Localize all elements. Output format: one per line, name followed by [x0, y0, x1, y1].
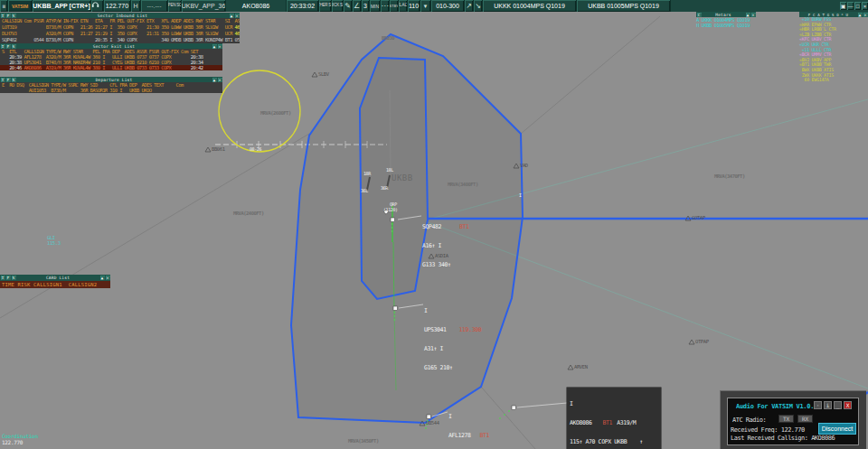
- collapse-icon[interactable]: ▲: [212, 44, 217, 49]
- mrva-label: MRVA(2600FT): [260, 110, 291, 116]
- euroscope-window: { "top_bar": { "menu_icon": "≣", "logo":…: [0, 0, 868, 449]
- collapse-icon[interactable]: ▲: [212, 78, 217, 82]
- aircraft-tag-sqp482[interactable]: SQP482BT1 A16↑ I G133 340↑: [422, 211, 469, 275]
- afv-info-button[interactable]: i: [824, 401, 832, 409]
- top-menu-bar: ≣ VATSIM UKBB_APP [CTR+] 122.770 H ---.-…: [0, 0, 868, 12]
- descend-filter-button[interactable]: ↘: [474, 0, 483, 12]
- freq-mode-button[interactable]: H: [131, 0, 141, 12]
- list-button[interactable]: F: [6, 44, 11, 49]
- primary-frequency[interactable]: 122.770: [104, 0, 131, 12]
- measure-button[interactable]: ∠: [353, 0, 362, 12]
- track-dots-button[interactable]: ⋯: [381, 0, 390, 12]
- waypoint-label: VAD: [520, 163, 528, 168]
- active-position-button[interactable]: UKBB_APP [CTR+]: [33, 0, 91, 12]
- aircraft-tag-ako8086-expanded[interactable]: I AKO8086BT1A319/M 115↑ A70 COPX UKBB ↑ …: [567, 388, 661, 449]
- stby-button[interactable]: STBY: [390, 0, 399, 12]
- draw-button[interactable]: ✎: [344, 0, 353, 12]
- afv-minimize-button[interactable]: _: [834, 401, 842, 409]
- inbound-row-sqp482[interactable]: SQP482 0544 B738/M COPN 20:35 I 340 COPX…: [0, 37, 240, 43]
- vatsim-logo-button[interactable]: VATSIM: [8, 0, 33, 12]
- tag-callsign[interactable]: AFL1278: [448, 432, 471, 439]
- list-button[interactable]: F: [6, 14, 11, 18]
- list-button[interactable]: F: [6, 78, 11, 82]
- list-title: Departure List: [16, 78, 212, 82]
- quick-set-button[interactable]: QUICK SET: [332, 0, 344, 12]
- tag-speed[interactable]: G133 340↑: [422, 262, 469, 268]
- waypoint-label: UB544: [426, 420, 439, 426]
- alt-filter-range[interactable]: 010-300: [431, 0, 465, 12]
- exit-row-ako8086[interactable]: 20:46 AKO8086 A319/M 36R KUVAL4W 380 I U…: [0, 65, 222, 70]
- tag-altitude[interactable]: A16↑ I: [422, 243, 469, 249]
- alt-filter-button[interactable]: ▼: [420, 0, 431, 12]
- close-icon[interactable]: ×: [751, 13, 756, 17]
- afv-close-button[interactable]: X: [844, 401, 852, 409]
- tx-button[interactable]: TX: [778, 415, 794, 423]
- departure-list: I F S Departure List ▲ × E RO DSQ CALLSI…: [0, 77, 222, 93]
- afv-dot-button[interactable]: ·: [814, 401, 822, 409]
- minimize-icon[interactable]: —: [847, 2, 854, 10]
- fl-alt-button[interactable]: FL ALT: [399, 0, 408, 12]
- tag-callsign[interactable]: AKO8086: [570, 419, 592, 426]
- tag-sector[interactable]: BT1: [459, 223, 469, 230]
- list-button[interactable]: F: [6, 276, 11, 280]
- inbound-row-lot319[interactable]: LOT319 B738/M COPN 21:26 21:27 I 350 COP…: [0, 24, 240, 31]
- clock: 20:33:02: [287, 0, 319, 12]
- tag-sector[interactable]: BT1: [480, 432, 490, 439]
- disconnect-button[interactable]: Disconnect: [818, 423, 856, 435]
- metar-ukkk[interactable]: UKKK 01004MPS Q1019: [483, 0, 577, 12]
- secondary-frequency[interactable]: ---.---: [141, 0, 168, 12]
- inbound-row-dlh793[interactable]: DLH793 A320/M COPN 21:27 21:29 I 350 COP…: [0, 31, 240, 37]
- close-icon[interactable]: ×: [218, 44, 222, 49]
- tag-callsign[interactable]: UPS3041: [424, 326, 447, 333]
- departure-row-aui1053[interactable]: AUI1053 B738/M 36R BASOR1R 310 I UKBB UK…: [0, 88, 222, 93]
- list-button[interactable]: S: [12, 276, 16, 280]
- coordination-label: Coordination: [2, 433, 38, 439]
- metar-ukbb[interactable]: UKBB 01005MPS Q1019: [577, 0, 671, 12]
- aircraft-tag-afl1278[interactable]: I AFL1278BT1 A97↑ A60 G321 340↑: [448, 401, 489, 449]
- collapse-icon[interactable]: ▲: [858, 13, 863, 17]
- rx-button[interactable]: RX: [797, 415, 813, 423]
- card-list-titlebar[interactable]: I F S CARD List ▲ ×: [0, 275, 110, 281]
- close-icon[interactable]: ×: [235, 14, 240, 18]
- selected-callsign[interactable]: AKO8086: [226, 0, 287, 12]
- list-button[interactable]: S: [12, 78, 16, 82]
- collapse-icon[interactable]: ▲: [746, 13, 750, 17]
- list-button[interactable]: I: [1, 44, 5, 49]
- list-button[interactable]: I: [1, 78, 5, 82]
- list-title: Sector Inbound List: [16, 14, 229, 18]
- list-button[interactable]: C: [697, 13, 702, 17]
- collapse-icon[interactable]: ▲: [100, 276, 105, 280]
- min-button[interactable]: MIN: [370, 0, 381, 12]
- airport-label: UKBB: [392, 173, 413, 182]
- fullscreen-icon[interactable]: ▣: [840, 2, 846, 10]
- tag-altitude[interactable]: A31↑ I: [424, 346, 481, 352]
- controller-row[interactable]: 60 EWG147A: [799, 78, 868, 83]
- tag-route[interactable]: 115↑ A70 COPX UKBB ↑: [570, 439, 658, 445]
- metar-line-ukbb[interactable]: H UKBB 01005MPS Q1019: [696, 23, 756, 28]
- list-button[interactable]: I: [1, 276, 5, 280]
- close-icon[interactable]: ×: [863, 13, 868, 17]
- list-button[interactable]: I: [1, 14, 5, 18]
- voice-channel-button[interactable]: UKBV_APP_36: [182, 0, 226, 12]
- open-sct-button[interactable]: OPEN SCT: [168, 0, 182, 12]
- list-button[interactable]: S: [12, 14, 16, 18]
- transition-altitude[interactable]: 110: [408, 0, 420, 12]
- afv-window[interactable]: Audio For VATSIM V1.0.1 · i _ X ATC Radi…: [720, 390, 866, 449]
- menu-button[interactable]: ≣: [0, 0, 8, 12]
- climb-filter-button[interactable]: ↗: [465, 0, 474, 12]
- maximize-icon[interactable]: □: [854, 2, 861, 10]
- close-icon[interactable]: ×: [218, 78, 222, 82]
- tag-speed[interactable]: G165 210↑: [424, 365, 481, 371]
- tag-callsign[interactable]: SQP482: [422, 223, 441, 230]
- collapse-icon[interactable]: ▲: [230, 14, 234, 18]
- tag-type[interactable]: A319/M: [617, 419, 636, 426]
- close-icon[interactable]: ×: [862, 2, 868, 10]
- aircraft-tag-ups3041[interactable]: I UPS3041119.300 A31↑ I G165 210↑: [424, 295, 481, 378]
- tag-sector[interactable]: BT1: [603, 419, 613, 426]
- close-icon[interactable]: ×: [106, 276, 110, 280]
- headset-button[interactable]: [91, 0, 104, 12]
- history-dots-count[interactable]: 3: [362, 0, 370, 12]
- list-button[interactable]: S: [12, 44, 16, 49]
- tag-frequency[interactable]: 119.300: [459, 326, 482, 333]
- other-set-button[interactable]: OTHER SET: [319, 0, 332, 12]
